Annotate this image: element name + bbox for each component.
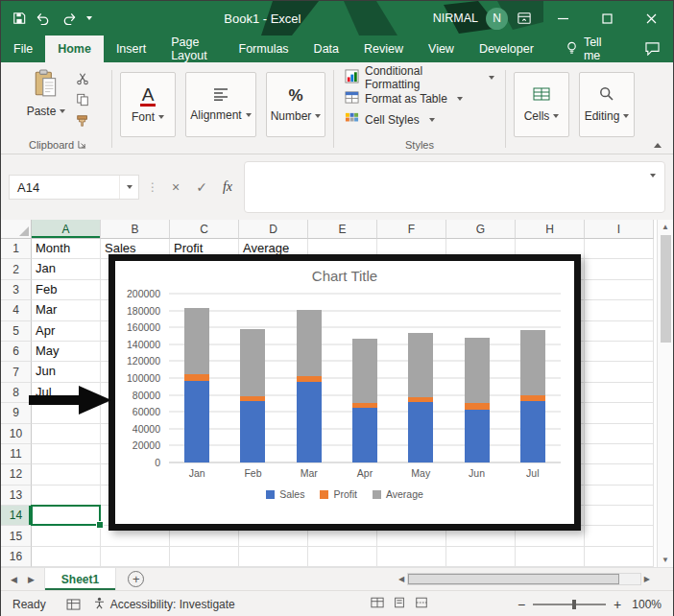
- formula-input[interactable]: [244, 161, 665, 213]
- copy-icon[interactable]: [73, 91, 92, 108]
- tab-data[interactable]: Data: [301, 36, 351, 62]
- segment-sales-apr[interactable]: [352, 408, 377, 462]
- segment-profit-jan[interactable]: [184, 374, 209, 381]
- segment-average-jun[interactable]: [465, 338, 490, 404]
- page-break-view-icon[interactable]: [415, 597, 428, 611]
- page-layout-view-icon[interactable]: [393, 597, 406, 611]
- row-header-4[interactable]: 4: [1, 300, 32, 320]
- row-header-2[interactable]: 2: [1, 259, 32, 279]
- cell-I4[interactable]: [585, 300, 654, 320]
- cell-A7[interactable]: Jun: [32, 362, 101, 382]
- row-header-15[interactable]: 15: [1, 526, 32, 546]
- segment-profit-jun[interactable]: [465, 403, 490, 410]
- tab-insert[interactable]: Insert: [104, 36, 158, 62]
- column-header-E[interactable]: E: [308, 220, 377, 239]
- collapse-ribbon-icon[interactable]: [654, 143, 662, 148]
- cell-I13[interactable]: [585, 486, 654, 506]
- select-all-corner[interactable]: [1, 220, 32, 239]
- editing-group-button[interactable]: Editing: [579, 72, 635, 137]
- cell-I14[interactable]: [585, 506, 654, 526]
- cell-A4[interactable]: Mar: [32, 300, 101, 320]
- avatar[interactable]: N: [486, 8, 508, 30]
- row-header-11[interactable]: 11: [1, 444, 32, 464]
- bar-apr[interactable]: [337, 294, 393, 462]
- cell-F16[interactable]: [377, 547, 446, 567]
- vertical-scroll-thumb[interactable]: [661, 235, 671, 343]
- legend-profit[interactable]: Profit: [320, 488, 357, 500]
- expand-formula-bar-icon[interactable]: [650, 174, 656, 178]
- segment-average-may[interactable]: [408, 333, 433, 397]
- scroll-up-icon[interactable]: ▲: [662, 223, 669, 231]
- segment-average-jul[interactable]: [520, 330, 545, 395]
- vertical-scrollbar[interactable]: ▲ ▼: [657, 220, 673, 567]
- cell-C16[interactable]: [170, 547, 239, 567]
- cell-I6[interactable]: [585, 342, 654, 362]
- confirm-entry-icon[interactable]: ✓: [192, 179, 211, 195]
- formula-bar-splitter[interactable]: ⋮: [146, 180, 159, 194]
- arrow-shape[interactable]: [29, 384, 112, 416]
- cell-I10[interactable]: [585, 424, 654, 444]
- cell-E16[interactable]: [308, 547, 377, 567]
- row-header-8[interactable]: 8: [1, 383, 32, 403]
- zoom-out-icon[interactable]: −: [517, 597, 526, 612]
- column-header-D[interactable]: D: [239, 220, 308, 239]
- tab-formulas[interactable]: Formulas: [227, 36, 301, 62]
- clipboard-dialog-launcher-icon[interactable]: [78, 139, 86, 151]
- segment-average-jan[interactable]: [184, 308, 209, 374]
- cell-I15[interactable]: [585, 526, 654, 546]
- cut-icon[interactable]: [73, 70, 92, 87]
- column-header-F[interactable]: F: [377, 220, 446, 239]
- styles-item-conditional-formatting[interactable]: Conditional Formatting: [345, 68, 494, 86]
- cell-I3[interactable]: [585, 280, 654, 300]
- maximize-button[interactable]: [585, 1, 629, 36]
- chart[interactable]: Chart Title 0200004000060000800001000001…: [108, 254, 581, 531]
- horizontal-scroll-thumb[interactable]: [408, 574, 619, 584]
- minimize-button[interactable]: [541, 1, 585, 36]
- cell-A12[interactable]: [32, 464, 101, 485]
- name-box[interactable]: A14: [9, 175, 139, 200]
- segment-average-mar[interactable]: [297, 310, 322, 377]
- cell-I8[interactable]: [585, 383, 654, 403]
- tell-me[interactable]: Tell me: [552, 36, 633, 62]
- column-header-I[interactable]: I: [585, 220, 654, 239]
- zoom-in-icon[interactable]: +: [613, 597, 622, 612]
- sheet-nav-right-icon[interactable]: ▶: [28, 575, 35, 584]
- cell-A6[interactable]: May: [32, 342, 101, 362]
- cell-A10[interactable]: [32, 424, 101, 444]
- cell-I7[interactable]: [585, 362, 654, 382]
- column-header-G[interactable]: G: [446, 220, 516, 239]
- row-header-16[interactable]: 16: [1, 547, 32, 567]
- tab-view[interactable]: View: [416, 36, 467, 62]
- row-header-5[interactable]: 5: [1, 321, 32, 342]
- segment-average-feb[interactable]: [240, 329, 265, 396]
- cell-A13[interactable]: [32, 486, 101, 506]
- scroll-down-icon[interactable]: ▼: [662, 556, 669, 564]
- save-icon[interactable]: [12, 12, 26, 25]
- styles-item-format-as-table[interactable]: Format as Table: [345, 89, 463, 107]
- format-painter-icon[interactable]: [73, 112, 92, 130]
- segment-sales-jul[interactable]: [520, 401, 545, 462]
- cell-I1[interactable]: [585, 239, 654, 259]
- row-header-12[interactable]: 12: [1, 464, 32, 485]
- cells-group-button[interactable]: Cells: [514, 72, 569, 137]
- close-button[interactable]: [629, 1, 673, 36]
- cell-I5[interactable]: [585, 321, 654, 342]
- bar-feb[interactable]: [225, 294, 280, 462]
- comment-icon[interactable]: [633, 36, 673, 62]
- row-header-7[interactable]: 7: [1, 362, 32, 382]
- row-header-14[interactable]: 14: [1, 506, 32, 526]
- column-header-B[interactable]: B: [101, 220, 170, 239]
- row-header-3[interactable]: 3: [1, 280, 32, 300]
- cell-A15[interactable]: [32, 526, 101, 546]
- paste-button[interactable]: Paste: [23, 66, 69, 130]
- redo-icon[interactable]: [61, 12, 76, 25]
- tab-review[interactable]: Review: [351, 36, 416, 62]
- segment-sales-jan[interactable]: [184, 381, 209, 462]
- tab-home[interactable]: Home: [45, 36, 104, 62]
- bar-jun[interactable]: [448, 294, 504, 462]
- add-sheet-icon[interactable]: +: [128, 571, 144, 587]
- cell-H16[interactable]: [516, 547, 585, 567]
- tab-developer[interactable]: Developer: [467, 36, 546, 62]
- column-header-C[interactable]: C: [170, 220, 239, 239]
- tab-page-layout[interactable]: Page Layout: [158, 36, 226, 62]
